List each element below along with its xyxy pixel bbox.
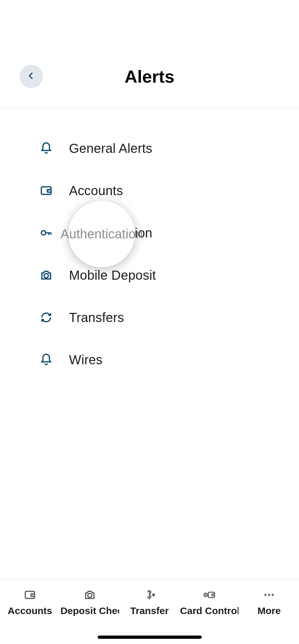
wallet-icon xyxy=(38,183,54,198)
svg-point-3 xyxy=(41,231,46,235)
alert-item-authentication[interactable]: Authentication xyxy=(0,212,299,254)
bell-icon xyxy=(38,352,54,368)
alert-item-transfers[interactable]: Transfers xyxy=(0,296,299,339)
tab-label: Card Controls xyxy=(180,605,238,616)
back-button[interactable] xyxy=(20,65,43,88)
alert-categories-list: General Alerts Accounts Authentication M… xyxy=(0,108,299,381)
tab-label: Accounts xyxy=(8,605,52,616)
chevron-left-icon xyxy=(27,71,36,82)
wallet-icon xyxy=(23,588,36,601)
alert-item-accounts[interactable]: Accounts xyxy=(0,169,299,212)
key-icon xyxy=(38,225,54,241)
alert-item-label: Authentication xyxy=(69,226,152,240)
alert-item-label: Accounts xyxy=(69,183,123,198)
card-plus-icon xyxy=(203,588,216,601)
svg-point-8 xyxy=(88,593,92,597)
svg-point-2 xyxy=(48,190,49,191)
svg-point-7 xyxy=(32,595,33,596)
alert-item-general-alerts[interactable]: General Alerts xyxy=(0,127,299,169)
tab-more[interactable]: More xyxy=(239,588,299,616)
svg-point-4 xyxy=(44,274,48,278)
alert-item-mobile-deposit[interactable]: Mobile Deposit xyxy=(0,254,299,296)
svg-point-14 xyxy=(272,594,274,596)
tab-deposit-check[interactable]: Deposit Check xyxy=(60,588,120,616)
tab-transfer[interactable]: Transfer xyxy=(120,588,180,616)
tab-card-controls[interactable]: Card Controls xyxy=(179,588,239,616)
page-title: Alerts xyxy=(125,66,174,87)
bell-icon xyxy=(38,141,54,156)
alert-item-label: Transfers xyxy=(69,310,124,325)
tab-label: Deposit Check xyxy=(61,605,119,616)
alert-item-label: General Alerts xyxy=(69,141,152,156)
svg-point-13 xyxy=(268,594,270,596)
tab-bar: Accounts Deposit Check Transfer Card Con… xyxy=(0,579,299,644)
home-indicator xyxy=(98,636,202,639)
dollar-arrow-icon xyxy=(143,588,156,601)
dots-icon xyxy=(263,588,276,601)
status-bar-spacer xyxy=(0,0,299,46)
alert-item-wires[interactable]: Wires xyxy=(0,339,299,381)
svg-rect-5 xyxy=(25,591,35,598)
tab-accounts[interactable]: Accounts xyxy=(0,588,60,616)
alert-item-label: Mobile Deposit xyxy=(69,268,156,283)
svg-rect-11 xyxy=(212,594,214,596)
tab-label: Transfer xyxy=(130,605,169,616)
svg-rect-0 xyxy=(41,187,51,194)
alert-item-label: Wires xyxy=(69,353,102,367)
camera-icon xyxy=(38,267,54,283)
svg-point-12 xyxy=(265,594,266,596)
header: Alerts xyxy=(0,46,299,108)
camera-icon xyxy=(83,588,96,601)
refresh-icon xyxy=(38,310,54,325)
tab-label: More xyxy=(257,605,281,616)
